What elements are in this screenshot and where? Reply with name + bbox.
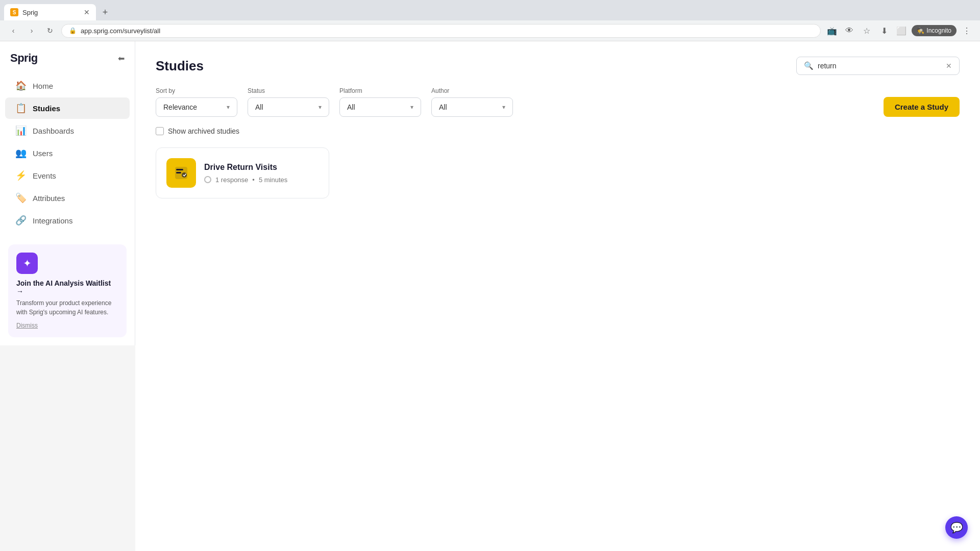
sidebar-item-events[interactable]: ⚡ Events: [5, 165, 130, 186]
sidebar-item-users-label: Users: [33, 149, 53, 158]
browser-tab-active[interactable]: S Sprig ✕: [4, 4, 96, 20]
new-tab-button[interactable]: +: [98, 5, 112, 19]
tab-close-button[interactable]: ✕: [84, 8, 90, 16]
sidebar-header: Sprig ⬅: [0, 41, 135, 70]
integrations-icon: 🔗: [15, 215, 27, 226]
author-value: All: [439, 103, 447, 111]
sidebar-item-studies[interactable]: 📋 Studies: [5, 97, 130, 119]
sprig-logo: Sprig: [10, 52, 38, 65]
home-icon: 🏠: [15, 80, 27, 91]
sidebar-item-users[interactable]: 👥 Users: [5, 142, 130, 164]
svg-point-3: [182, 172, 187, 178]
studies-icon: 📋: [15, 103, 27, 114]
platform-label: Platform: [339, 87, 421, 94]
page-title: Studies: [156, 58, 204, 74]
filter-bar: Sort by Relevance ▾ Status All ▾ Platfor…: [156, 87, 960, 117]
sidebar-item-dashboards[interactable]: 📊 Dashboards: [5, 120, 130, 141]
incognito-icon: 🕵️: [917, 27, 924, 34]
study-card[interactable]: Drive Return Visits 1 response • 5 minut…: [156, 147, 329, 198]
study-card-meta: 1 response • 5 minutes: [204, 176, 318, 184]
author-chevron-icon: ▾: [502, 104, 505, 111]
tab-label: Sprig: [22, 9, 80, 16]
tab-favicon: S: [10, 8, 18, 16]
sidebar-item-attributes-label: Attributes: [33, 194, 65, 203]
study-responses: 1 response: [215, 176, 248, 184]
status-label: Status: [248, 87, 329, 94]
sort-by-filter-group: Sort by Relevance ▾: [156, 87, 237, 117]
chat-icon: 💬: [950, 521, 963, 534]
sidebar-item-integrations[interactable]: 🔗 Integrations: [5, 210, 130, 231]
status-chevron-icon: ▾: [318, 104, 322, 111]
sidebar-item-attributes[interactable]: 🏷️ Attributes: [5, 187, 130, 209]
platform-value: All: [347, 103, 355, 111]
sidebar-item-home-label: Home: [33, 82, 53, 90]
show-archived-checkbox[interactable]: [156, 127, 164, 135]
download-icon[interactable]: ⬇: [877, 23, 891, 38]
forward-button[interactable]: ›: [24, 23, 39, 38]
cast-icon[interactable]: 📺: [825, 23, 839, 38]
search-bar: 🔍 ✕: [796, 57, 960, 75]
reload-button[interactable]: ↻: [43, 23, 57, 38]
window-icon[interactable]: ⬜: [894, 23, 909, 38]
menu-icon[interactable]: ⋮: [960, 23, 974, 38]
ai-promo-description: Transform your product experience with S…: [16, 298, 118, 317]
sort-by-value: Relevance: [163, 103, 197, 111]
show-archived-label: Show archived studies: [168, 127, 239, 135]
events-icon: ⚡: [15, 170, 27, 181]
lock-icon: 🔒: [69, 27, 77, 34]
sort-by-select[interactable]: Relevance ▾: [156, 97, 237, 117]
sidebar-item-home[interactable]: 🏠 Home: [5, 75, 130, 96]
create-study-button[interactable]: Create a Study: [884, 97, 960, 117]
sidebar-item-studies-label: Studies: [33, 104, 60, 113]
bookmark-icon[interactable]: ☆: [860, 23, 874, 38]
search-input[interactable]: [818, 62, 942, 70]
ai-promo-title: Join the AI Analysis Waitlist →: [16, 279, 118, 295]
sidebar-wrapper: Sprig ⬅ 🏠 Home 📋 Studies 📊 Dashboards 👥: [0, 41, 135, 551]
search-clear-button[interactable]: ✕: [946, 62, 952, 70]
address-text: app.sprig.com/surveylist/all: [81, 27, 813, 35]
attributes-icon: 🏷️: [15, 192, 27, 204]
status-select[interactable]: All ▾: [248, 97, 329, 117]
platform-chevron-icon: ▾: [410, 104, 413, 111]
incognito-button[interactable]: 🕵️ Incognito: [912, 25, 957, 36]
ai-promo-dismiss-button[interactable]: Dismiss: [16, 322, 118, 329]
browser-chrome: S Sprig ✕ + ‹ › ↻ 🔒 app.sprig.com/survey…: [0, 0, 980, 41]
ai-promo-icon: ✦: [16, 253, 38, 274]
browser-toolbar: ‹ › ↻ 🔒 app.sprig.com/surveylist/all 📺 👁…: [0, 20, 980, 41]
platform-select[interactable]: All ▾: [339, 97, 421, 117]
status-value: All: [255, 103, 263, 111]
incognito-label: Incognito: [926, 27, 951, 34]
study-status-dot: [204, 176, 211, 183]
study-card-name: Drive Return Visits: [204, 163, 318, 172]
page-header: Studies 🔍 ✕: [156, 57, 960, 75]
sidebar-item-integrations-label: Integrations: [33, 216, 72, 225]
back-button[interactable]: ‹: [6, 23, 20, 38]
sort-by-chevron-icon: ▾: [227, 104, 230, 111]
study-card-icon: [166, 158, 196, 188]
ai-promo-card: ✦ Join the AI Analysis Waitlist → Transf…: [8, 244, 127, 337]
chat-widget-button[interactable]: 💬: [945, 516, 968, 539]
main-content: Studies 🔍 ✕ Sort by Relevance ▾ Status A…: [135, 41, 980, 551]
address-bar[interactable]: 🔒 app.sprig.com/surveylist/all: [61, 24, 821, 38]
dashboards-icon: 📊: [15, 125, 27, 136]
sidebar-item-dashboards-label: Dashboards: [33, 127, 74, 135]
app-container: Sprig ⬅ 🏠 Home 📋 Studies 📊 Dashboards 👥: [0, 41, 980, 551]
toolbar-actions: 📺 👁 ☆ ⬇ ⬜ 🕵️ Incognito ⋮: [825, 23, 974, 38]
status-filter-group: Status All ▾: [248, 87, 329, 117]
author-select[interactable]: All ▾: [431, 97, 513, 117]
studies-grid: Drive Return Visits 1 response • 5 minut…: [156, 147, 960, 198]
browser-tabbar: S Sprig ✕ +: [0, 0, 980, 20]
study-card-info: Drive Return Visits 1 response • 5 minut…: [204, 163, 318, 184]
svg-rect-2: [176, 172, 181, 173]
sidebar-nav: 🏠 Home 📋 Studies 📊 Dashboards 👥 Users ⚡: [0, 70, 135, 236]
study-duration: 5 minutes: [259, 176, 287, 184]
hide-icon[interactable]: 👁: [842, 23, 856, 38]
search-icon: 🔍: [804, 61, 814, 70]
sidebar-item-events-label: Events: [33, 171, 56, 180]
platform-filter-group: Platform All ▾: [339, 87, 421, 117]
author-filter-group: Author All ▾: [431, 87, 513, 117]
svg-rect-1: [176, 169, 183, 170]
sidebar: Sprig ⬅ 🏠 Home 📋 Studies 📊 Dashboards 👥: [0, 41, 135, 345]
study-meta-separator: •: [252, 176, 255, 184]
sidebar-collapse-button[interactable]: ⬅: [118, 54, 125, 63]
